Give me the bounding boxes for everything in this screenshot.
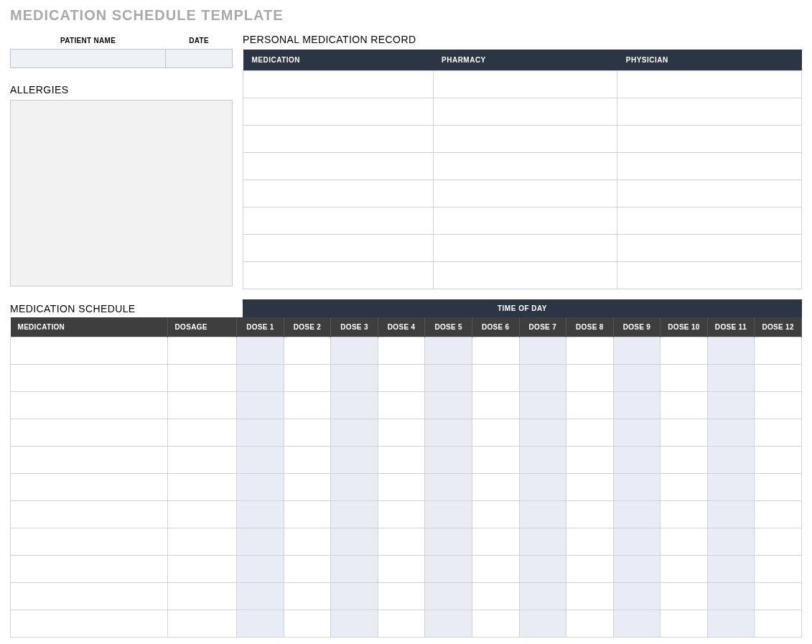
schedule-cell-dose[interactable] [519,556,566,583]
schedule-cell-dosage[interactable] [167,610,237,638]
schedule-cell-dose[interactable] [755,501,802,528]
pmr-cell[interactable] [243,126,434,153]
schedule-cell-dose[interactable] [613,392,661,419]
schedule-cell-dose[interactable] [331,337,378,365]
pmr-cell[interactable] [617,262,802,289]
schedule-cell-dosage[interactable] [167,365,237,392]
schedule-cell-dose[interactable] [425,474,472,501]
schedule-cell-dose[interactable] [237,556,284,583]
schedule-cell-dose[interactable] [425,392,472,419]
schedule-cell-dose[interactable] [378,528,425,556]
schedule-cell-dose[interactable] [378,474,425,501]
schedule-cell-dose[interactable] [472,610,519,638]
schedule-cell-dose[interactable] [331,556,378,583]
schedule-cell-dose[interactable] [613,419,661,447]
schedule-cell-medication[interactable] [11,419,168,447]
schedule-cell-dose[interactable] [284,365,331,392]
schedule-cell-dosage[interactable] [167,419,237,447]
schedule-cell-dose[interactable] [284,337,331,365]
schedule-cell-dose[interactable] [378,337,425,365]
schedule-cell-dose[interactable] [613,474,661,501]
schedule-cell-dose[interactable] [613,528,661,556]
schedule-cell-dose[interactable] [378,365,425,392]
schedule-cell-dose[interactable] [472,447,519,474]
schedule-cell-dose[interactable] [425,365,472,392]
schedule-cell-dose[interactable] [425,447,472,474]
schedule-cell-dose[interactable] [237,392,284,419]
schedule-cell-dose[interactable] [378,447,425,474]
schedule-cell-dose[interactable] [331,365,378,392]
schedule-cell-dose[interactable] [707,583,755,610]
schedule-cell-dose[interactable] [661,365,708,392]
schedule-cell-dose[interactable] [519,419,566,447]
schedule-cell-dose[interactable] [519,474,566,501]
schedule-cell-dose[interactable] [566,610,614,638]
schedule-cell-dose[interactable] [707,365,755,392]
schedule-cell-dose[interactable] [472,392,519,419]
schedule-cell-dose[interactable] [755,392,802,419]
schedule-cell-dose[interactable] [566,447,614,474]
schedule-cell-dose[interactable] [613,365,661,392]
schedule-cell-dose[interactable] [237,583,284,610]
schedule-cell-dose[interactable] [472,501,519,528]
schedule-cell-dose[interactable] [661,419,708,447]
schedule-cell-dosage[interactable] [167,474,237,501]
schedule-cell-dose[interactable] [613,501,661,528]
schedule-cell-dosage[interactable] [167,447,237,474]
schedule-cell-dose[interactable] [284,528,331,556]
schedule-cell-dose[interactable] [378,556,425,583]
schedule-cell-dose[interactable] [284,419,331,447]
allergies-input[interactable] [10,100,233,286]
schedule-cell-dose[interactable] [472,365,519,392]
schedule-cell-dose[interactable] [613,337,661,365]
schedule-cell-dose[interactable] [661,528,708,556]
pmr-cell[interactable] [243,180,434,207]
schedule-cell-dose[interactable] [378,583,425,610]
schedule-cell-dosage[interactable] [167,337,237,365]
pmr-cell[interactable] [617,207,802,235]
schedule-cell-dose[interactable] [237,447,284,474]
schedule-cell-dose[interactable] [755,419,802,447]
schedule-cell-dose[interactable] [237,610,284,638]
schedule-cell-dose[interactable] [755,610,802,638]
date-input[interactable] [166,50,233,68]
schedule-cell-dose[interactable] [755,337,802,365]
pmr-cell[interactable] [433,262,617,289]
schedule-cell-dosage[interactable] [167,583,237,610]
schedule-cell-dose[interactable] [284,556,331,583]
schedule-cell-dose[interactable] [566,365,614,392]
schedule-cell-dose[interactable] [707,392,755,419]
pmr-cell[interactable] [433,235,617,262]
schedule-cell-dosage[interactable] [167,392,237,419]
schedule-cell-dose[interactable] [237,474,284,501]
pmr-cell[interactable] [433,207,617,235]
schedule-cell-medication[interactable] [11,365,168,392]
schedule-cell-dose[interactable] [425,501,472,528]
pmr-cell[interactable] [243,235,434,262]
schedule-cell-dose[interactable] [519,392,566,419]
schedule-cell-dose[interactable] [707,447,755,474]
pmr-cell[interactable] [243,207,434,235]
schedule-cell-dose[interactable] [661,474,708,501]
schedule-cell-dose[interactable] [331,583,378,610]
schedule-cell-dose[interactable] [425,556,472,583]
schedule-cell-dose[interactable] [472,474,519,501]
schedule-cell-dose[interactable] [566,392,614,419]
schedule-cell-dose[interactable] [331,392,378,419]
schedule-cell-dose[interactable] [755,447,802,474]
schedule-cell-dose[interactable] [661,610,708,638]
schedule-cell-dose[interactable] [237,419,284,447]
schedule-cell-dose[interactable] [331,447,378,474]
schedule-cell-dose[interactable] [519,447,566,474]
schedule-cell-dosage[interactable] [167,528,237,556]
schedule-cell-dose[interactable] [755,474,802,501]
pmr-cell[interactable] [243,153,434,180]
schedule-cell-dose[interactable] [472,583,519,610]
pmr-cell[interactable] [433,126,617,153]
schedule-cell-dose[interactable] [566,337,614,365]
schedule-cell-dose[interactable] [519,365,566,392]
pmr-cell[interactable] [617,180,802,207]
pmr-cell[interactable] [433,180,617,207]
schedule-cell-dose[interactable] [519,337,566,365]
schedule-cell-dose[interactable] [425,610,472,638]
